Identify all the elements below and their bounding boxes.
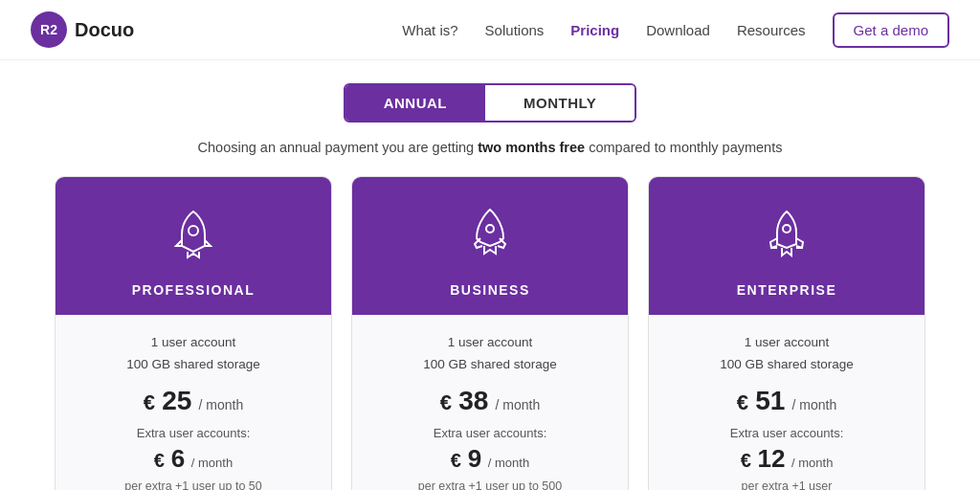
- header: R2 Docuo What is? Solutions Pricing Down…: [0, 0, 980, 60]
- plan-enterprise-features: 1 user account 100 GB shared storage: [670, 332, 903, 376]
- plan-professional-body: 1 user account 100 GB shared storage € 2…: [56, 315, 331, 490]
- plan-professional-header: PROFESSIONAL: [56, 177, 331, 315]
- plan-business-extra-note: per extra +1 user up to 500: [373, 478, 607, 490]
- plan-professional-features: 1 user account 100 GB shared storage: [77, 332, 310, 376]
- svg-point-1: [486, 225, 494, 233]
- plan-professional-extra-note: per extra +1 user up to 50: [77, 478, 310, 490]
- plan-professional-extra-label: Extra user accounts:: [77, 426, 310, 440]
- subtitle-prefix: Choosing an annual payment you are getti…: [198, 140, 479, 155]
- plan-enterprise-extra-note: per extra +1 user: [670, 478, 903, 490]
- nav-whatis[interactable]: What is?: [402, 22, 457, 38]
- nav: What is? Solutions Pricing Download Reso…: [402, 12, 949, 48]
- plan-business-header: BUSINESS: [352, 177, 628, 315]
- svg-point-0: [189, 226, 198, 235]
- plan-enterprise-header: ENTERPRISE: [649, 177, 924, 315]
- plan-business-price: € 38 / month: [373, 386, 607, 416]
- main-content: ANNUAL MONTHLY Choosing an annual paymen…: [0, 60, 980, 490]
- plan-enterprise-body: 1 user account 100 GB shared storage € 5…: [649, 315, 924, 490]
- billing-toggle-row: ANNUAL MONTHLY: [31, 83, 949, 122]
- plan-business-extra-price: € 9 / month: [373, 444, 607, 474]
- plan-professional: PROFESSIONAL 1 user account 100 GB share…: [55, 176, 332, 490]
- nav-download[interactable]: Download: [646, 22, 710, 38]
- plan-professional-extra-price: € 6 / month: [77, 444, 310, 474]
- pricing-cards: PROFESSIONAL 1 user account 100 GB share…: [31, 176, 949, 490]
- shuttle-icon: [459, 204, 521, 269]
- subtitle-suffix: compared to monthly payments: [585, 140, 782, 155]
- plan-professional-title: PROFESSIONAL: [132, 282, 255, 298]
- plan-business-extra-label: Extra user accounts:: [373, 426, 607, 440]
- plan-enterprise-extra-label: Extra user accounts:: [670, 426, 903, 440]
- nav-solutions[interactable]: Solutions: [485, 22, 545, 38]
- plan-business-body: 1 user account 100 GB shared storage € 3…: [352, 315, 628, 490]
- plan-business: BUSINESS 1 user account 100 GB shared st…: [351, 176, 629, 490]
- nav-resources[interactable]: Resources: [737, 22, 806, 38]
- pricing-subtitle: Choosing an annual payment you are getti…: [31, 140, 949, 155]
- plan-business-features: 1 user account 100 GB shared storage: [373, 332, 607, 376]
- svg-point-2: [783, 225, 791, 233]
- monthly-toggle-button[interactable]: MONTHLY: [485, 85, 635, 121]
- logo: R2 Docuo: [31, 11, 134, 48]
- rocket-icon: [163, 204, 224, 269]
- plan-enterprise-extra-price: € 12 / month: [670, 444, 903, 474]
- plan-enterprise: ENTERPRISE 1 user account 100 GB shared …: [648, 176, 925, 490]
- nav-pricing[interactable]: Pricing: [570, 22, 619, 38]
- plan-enterprise-price: € 51 / month: [670, 386, 903, 416]
- billing-toggle: ANNUAL MONTHLY: [344, 83, 637, 122]
- subtitle-highlight: two months free: [478, 140, 585, 155]
- get-demo-button[interactable]: Get a demo: [833, 12, 949, 48]
- logo-text: Docuo: [75, 19, 134, 41]
- logo-icon: R2: [31, 11, 67, 48]
- plan-business-title: BUSINESS: [450, 282, 530, 298]
- rocket2-icon: [756, 204, 817, 269]
- plan-enterprise-title: ENTERPRISE: [737, 282, 836, 298]
- plan-professional-price: € 25 / month: [77, 386, 310, 416]
- annual-toggle-button[interactable]: ANNUAL: [345, 85, 485, 121]
